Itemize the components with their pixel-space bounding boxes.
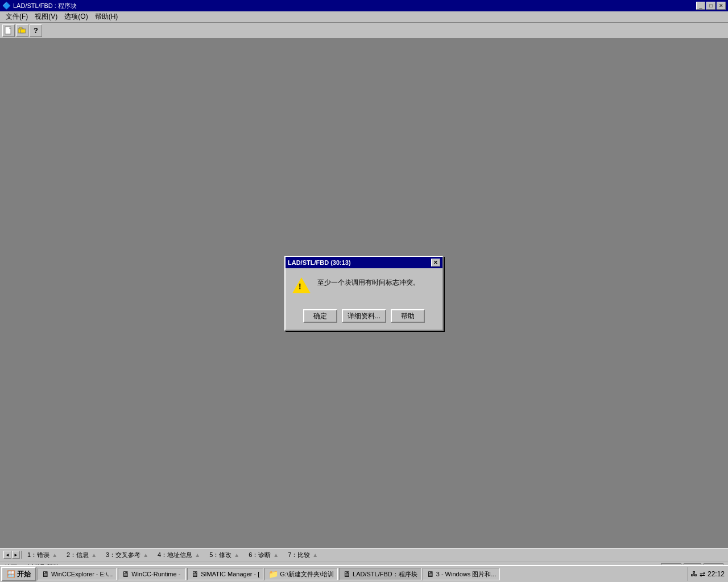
taskbar-wincc-explorer-label: WinCCExplorer - E:\... [51,571,113,577]
tab-modify[interactable]: 5：修改 ▲ [205,550,244,560]
tab-compare-label: 7：比较 [288,551,310,559]
tab-compare[interactable]: 7：比较 ▲ [283,550,322,560]
tab-errors-label: 1：错误 [27,551,49,559]
taskbar-windows-label: 3 - Windows 图片和... [436,570,497,579]
tab-diagnosis-label: 6：诊断 [249,551,271,559]
tray-arrows-icon: ⇄ [700,570,705,578]
open-button[interactable] [16,24,28,37]
taskbar-wincc-runtime-label: WinCC-Runtime - [131,571,180,577]
start-button[interactable]: 🪟 开始 [1,567,36,581]
tab-compare-arrow: ▲ [312,552,318,558]
tab-info-label: 2：信息 [67,551,89,559]
ok-button[interactable]: 确定 [303,309,337,323]
tab-modify-label: 5：修改 [209,551,231,559]
dialog-close-button[interactable]: ✕ [431,259,440,267]
tab-nav-buttons: ◄ ► [2,551,22,559]
tray-time: 22:12 [708,570,725,578]
maximize-button[interactable]: □ [706,2,715,10]
app-icon: 🔷 [2,2,11,10]
help-dialog-button[interactable]: 帮助 [391,309,425,323]
close-button[interactable]: ✕ [717,2,726,10]
minimize-button[interactable]: _ [696,2,705,10]
dialog-buttons: 确定 详细资料... 帮助 [286,305,442,330]
taskbar-wincc-runtime-icon: 🖥 [122,569,130,579]
tab-errors-arrow: ▲ [52,552,57,558]
warning-icon: ! [292,277,311,296]
details-button[interactable]: 详细资料... [342,309,386,323]
menu-bar: 文件(F) 视图(V) 选项(O) 帮助(H) [0,11,728,23]
tab-addr-info-arrow: ▲ [195,552,200,558]
warning-exclamation: ! [299,282,301,290]
menu-file[interactable]: 文件(F) [2,11,31,23]
help-button[interactable]: ? [30,24,42,37]
dialog-title-bar: LAD/STL/FBD (30:13) ✕ [286,257,442,268]
taskbar: 🪟 开始 🖥 WinCCExplorer - E:\... 🖥 WinCC-Ru… [0,565,728,582]
taskbar-wincc-explorer-icon: 🖥 [42,569,49,579]
taskbar-file-explorer-label: G:\新建文件夹\培训 [280,570,334,579]
start-icon: 🪟 [7,570,15,578]
dialog: LAD/STL/FBD (30:13) ✕ ! 至少一个块调用有时间标志冲突。 … [284,256,444,331]
taskbar-simatic-manager-icon: 🖥 [191,569,199,579]
dialog-overlay: LAD/STL/FBD (30:13) ✕ ! 至少一个块调用有时间标志冲突。 … [0,39,728,548]
tab-info-arrow: ▲ [91,552,97,558]
tab-addr-info[interactable]: 4：地址信息 ▲ [153,550,205,560]
taskbar-simatic-manager-label: SIMATIC Manager - [ [201,571,259,577]
dialog-title: LAD/STL/FBD (30:13) [288,259,351,266]
dialog-message: 至少一个块调用有时间标志冲突。 [317,277,436,288]
taskbar-tray: 🖧 ⇄ 22:12 [688,567,727,581]
start-label: 开始 [17,569,31,579]
tab-diagnosis[interactable]: 6：诊断 ▲ [244,550,283,560]
tab-nav-right[interactable]: ► [12,551,20,559]
taskbar-lad-label: LAD/STL/FBD：程序块 [353,570,417,579]
window-title: LAD/STL/FBD : 程序块 [13,2,77,10]
tab-diagnosis-arrow: ▲ [273,552,279,558]
title-bar: 🔷 LAD/STL/FBD : 程序块 _ □ ✕ [0,0,728,11]
svg-rect-3 [20,29,26,33]
tab-addr-info-label: 4：地址信息 [158,551,192,559]
status-tabs: ◄ ► 1：错误 ▲ 2：信息 ▲ 3：交叉参考 ▲ 4：地址信息 ▲ 5：修改… [0,548,728,562]
title-bar-controls: _ □ ✕ [696,2,726,10]
dialog-content: ! 至少一个块调用有时间标志冲突。 [286,268,442,305]
taskbar-wincc-explorer[interactable]: 🖥 WinCCExplorer - E:\... [38,568,117,580]
taskbar-file-explorer[interactable]: 📁 G:\新建文件夹\培训 [264,568,338,580]
toolbar: ? [0,23,728,39]
tab-cross-ref-label: 3：交叉参考 [106,551,140,559]
taskbar-file-explorer-icon: 📁 [268,569,278,579]
taskbar-lad-stl-fbd[interactable]: 🖥 LAD/STL/FBD：程序块 [339,568,421,580]
tab-cross-ref[interactable]: 3：交叉参考 ▲ [101,550,153,560]
taskbar-simatic-manager[interactable]: 🖥 SIMATIC Manager - [ [187,568,263,580]
taskbar-windows-icon: 🖥 [427,569,435,579]
tab-cross-ref-arrow: ▲ [143,552,148,558]
menu-view[interactable]: 视图(V) [31,11,61,23]
tab-nav-left[interactable]: ◄ [3,551,11,559]
menu-options[interactable]: 选项(O) [61,11,91,23]
new-button[interactable] [2,24,15,37]
menu-help[interactable]: 帮助(H) [92,11,122,23]
tray-network-icon: 🖧 [690,570,697,578]
taskbar-wincc-runtime[interactable]: 🖥 WinCC-Runtime - [118,568,186,580]
tab-errors[interactable]: 1：错误 ▲ [23,550,62,560]
tab-modify-arrow: ▲ [234,552,239,558]
title-bar-left: 🔷 LAD/STL/FBD : 程序块 [2,2,77,10]
taskbar-lad-icon: 🖥 [343,569,351,579]
taskbar-windows-viewer[interactable]: 🖥 3 - Windows 图片和... [423,568,500,580]
tab-info[interactable]: 2：信息 ▲ [62,550,101,560]
